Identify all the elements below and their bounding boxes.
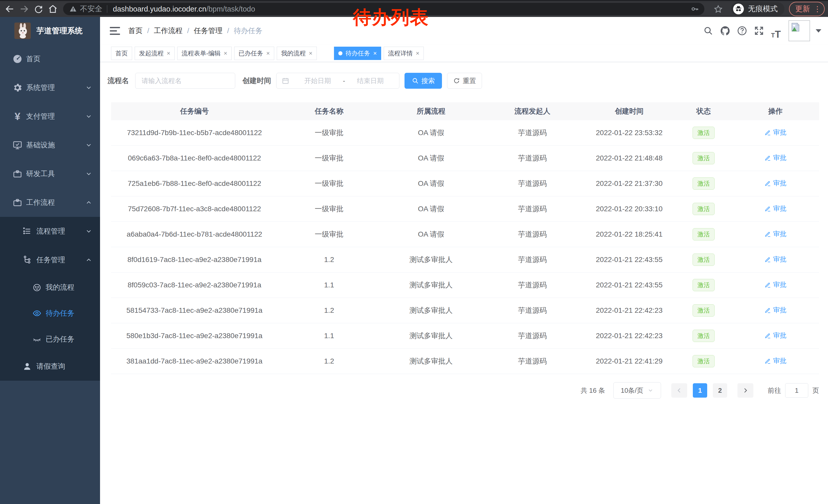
sidebar-item-label: 研发工具 (26, 169, 55, 179)
sidebar-item-my-process[interactable]: 我的流程 (0, 274, 100, 300)
create-time-label: 创建时间 (235, 76, 276, 86)
task-table: 任务编号 任务名称 所属流程 流程发起人 创建时间 状态 操作 73211d9d… (111, 102, 819, 374)
security-label[interactable]: 不安全 (80, 4, 102, 14)
approve-link[interactable]: 审批 (764, 229, 786, 238)
tab-process-detail[interactable]: 流程详情× (384, 47, 424, 60)
search-icon (412, 77, 419, 84)
status-badge: 激活 (693, 177, 715, 190)
process-name-input[interactable]: 请输入流程名 (135, 73, 235, 89)
cell-starter: 芋道源码 (482, 179, 583, 188)
tab-my-process[interactable]: 我的流程× (277, 47, 317, 60)
close-icon[interactable]: × (309, 50, 313, 56)
breadcrumb-current: 待办任务 (234, 26, 262, 36)
tab-done-tasks[interactable]: 已办任务× (234, 47, 274, 60)
sidebar-item-label: 系统管理 (26, 83, 55, 93)
close-icon[interactable]: × (266, 50, 270, 56)
cell-created: 2022-01-22 23:53:32 (583, 129, 675, 137)
bookmark-star-button[interactable] (711, 2, 726, 16)
status-badge: 激活 (693, 127, 715, 139)
cell-process: OA 请假 (380, 179, 482, 188)
key-icon[interactable] (691, 5, 699, 13)
tab-todo-tasks[interactable]: 待办任务× (334, 47, 381, 60)
sidebar-item-payment[interactable]: ¥ 支付管理 (0, 102, 100, 131)
approve-link[interactable]: 审批 (764, 128, 786, 137)
cell-created: 2022-01-21 22:41:29 (583, 357, 675, 365)
calendar-icon (282, 77, 289, 85)
app-logo-row[interactable]: 芋道管理系统 (0, 17, 100, 45)
github-icon[interactable] (717, 22, 734, 39)
cell-task-name: 一级审批 (278, 229, 380, 239)
cell-process: 测试多审批人 (380, 255, 482, 265)
close-icon[interactable]: × (224, 50, 227, 56)
browser-reload-button[interactable] (31, 2, 46, 16)
sidebar-item-label: 首页 (26, 54, 41, 64)
col-task-name: 任务名称 (278, 106, 380, 116)
sidebar-toggle-button[interactable] (110, 25, 121, 36)
help-icon[interactable] (734, 22, 750, 39)
cell-created: 2022-01-22 21:37:30 (583, 179, 675, 188)
tab-form-edit[interactable]: 流程表单-编辑× (177, 47, 232, 60)
breadcrumb-workflow[interactable]: 工作流程 (154, 26, 182, 36)
sidebar-item-done-tasks[interactable]: 已办任务 (0, 326, 100, 352)
sidebar-item-label: 支付管理 (26, 111, 55, 121)
cell-process: 测试多审批人 (380, 331, 482, 341)
breadcrumb: 首页 / 工作流程 / 任务管理 / 待办任务 (128, 26, 262, 36)
page-button-2[interactable]: 2 (713, 383, 727, 398)
cell-process: 测试多审批人 (380, 356, 482, 366)
tab-start-process[interactable]: 发起流程× (135, 47, 175, 60)
goto-page-input[interactable]: 1 (785, 383, 808, 398)
next-page-button[interactable] (738, 383, 753, 398)
tab-home[interactable]: 首页 (111, 47, 132, 60)
close-icon[interactable]: × (373, 50, 377, 56)
sidebar-item-task-mgmt[interactable]: 任务管理 (0, 245, 100, 274)
approve-link[interactable]: 审批 (764, 204, 786, 213)
sidebar-item-infra[interactable]: 基础设施 (0, 131, 100, 159)
close-icon[interactable]: × (167, 50, 170, 56)
browser-home-button[interactable] (46, 2, 60, 16)
approve-link[interactable]: 审批 (764, 153, 786, 162)
sidebar-item-system[interactable]: 系统管理 (0, 73, 100, 102)
cell-starter: 芋道源码 (482, 229, 583, 239)
table-row: 580e1b3d-7ac8-11ec-a9e2-a2380e71991a 1.1… (111, 323, 819, 349)
sidebar-item-leave-query[interactable]: 请假查询 (0, 352, 100, 381)
sidebar-item-home[interactable]: 首页 (0, 45, 100, 73)
caret-down-icon[interactable] (816, 29, 821, 33)
incognito-label: 无痕模式 (748, 4, 778, 14)
font-size-icon[interactable]: TT (768, 22, 784, 39)
approve-link[interactable]: 审批 (764, 356, 786, 365)
col-process: 所属流程 (380, 106, 482, 116)
approve-link[interactable]: 审批 (764, 331, 786, 340)
close-icon[interactable]: × (416, 50, 419, 56)
fullscreen-icon[interactable] (750, 22, 768, 39)
browser-update-button[interactable]: 更新 ⋮ (789, 2, 825, 16)
prev-page-button[interactable] (671, 383, 687, 398)
approve-link[interactable]: 审批 (764, 255, 786, 264)
page-size-select[interactable]: 10条/页 (613, 382, 661, 399)
browser-menu-icon[interactable]: ⋮ (814, 5, 821, 13)
reset-button[interactable]: 重置 (447, 73, 482, 89)
breadcrumb-home[interactable]: 首页 (128, 26, 142, 36)
table-row: 75d72608-7b7f-11ec-a3c8-acde48001122 一级审… (111, 196, 819, 222)
approve-link[interactable]: 审批 (764, 179, 786, 188)
browser-forward-button[interactable] (17, 2, 31, 16)
date-range-picker[interactable]: 开始日期 - 结束日期 (276, 73, 399, 89)
sidebar-item-workflow[interactable]: 工作流程 (0, 188, 100, 217)
breadcrumb-task-mgmt[interactable]: 任务管理 (194, 26, 223, 36)
pencil-icon (764, 332, 771, 339)
list-tree-icon (22, 226, 33, 236)
search-button[interactable]: 搜索 (405, 73, 442, 89)
search-icon[interactable] (700, 22, 717, 39)
avatar[interactable] (788, 20, 810, 41)
sidebar-item-label: 任务管理 (36, 255, 65, 265)
sidebar-item-todo-tasks[interactable]: 待办任务 (0, 300, 100, 326)
sidebar-item-process-mgmt[interactable]: 流程管理 (0, 217, 100, 245)
breadcrumb-separator: / (147, 27, 149, 35)
pencil-icon (764, 231, 771, 237)
page-button-1[interactable]: 1 (693, 383, 707, 398)
approve-link[interactable]: 审批 (764, 306, 786, 315)
browser-back-button[interactable] (3, 2, 17, 16)
approve-link[interactable]: 审批 (764, 280, 786, 289)
chevron-up-icon (85, 256, 92, 264)
sidebar-item-devtools[interactable]: 研发工具 (0, 159, 100, 188)
warning-icon (69, 5, 77, 13)
